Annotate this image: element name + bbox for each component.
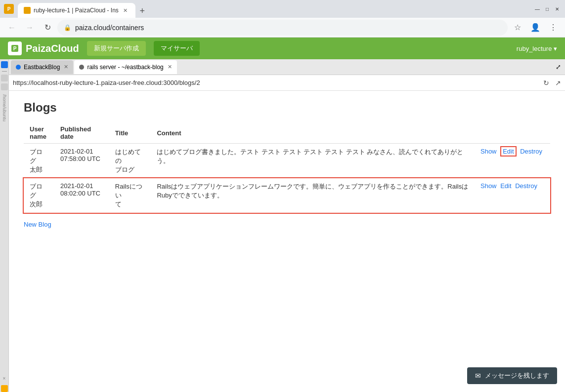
sidebar: /home/ubuntu × xyxy=(0,59,9,392)
lock-icon: 🔒 xyxy=(64,24,71,31)
sidebar-label: /home/ubuntu xyxy=(2,94,7,121)
menu-button[interactable]: ⋮ xyxy=(545,20,561,36)
paiza-logo-text: PaizaCloud xyxy=(26,43,79,54)
message-icon: ✉ xyxy=(475,372,481,380)
sidebar-divider xyxy=(2,71,7,72)
new-server-button[interactable]: 新規サーバ作成 xyxy=(87,41,146,56)
address-text: paiza.cloud/containers xyxy=(75,24,501,32)
col-header-title: Title xyxy=(109,122,151,144)
edit-link-1[interactable]: Edit xyxy=(500,146,516,157)
sidebar-item-yellow[interactable] xyxy=(1,385,8,392)
col-header-published-date: Published date xyxy=(54,122,109,144)
show-link-1[interactable]: Show xyxy=(480,148,497,155)
cell-actions-2: Show Edit Destroy xyxy=(475,178,550,213)
cell-date-2: 2021-02-01 08:02:00 UTC xyxy=(54,178,109,213)
inner-tab-rails-icon xyxy=(79,65,84,70)
cell-content-2: Railsはウェブアプリケーションフレームワークです。簡単に、ウェブアプリを作る… xyxy=(151,178,475,213)
inner-tab-rails[interactable]: rails server - ~/eastback-blog ✕ xyxy=(74,60,176,74)
close-button[interactable]: ✕ xyxy=(553,5,561,13)
destroy-link-1[interactable]: Destroy xyxy=(520,148,542,155)
blogs-table: Username Published date Title Content ブロ… xyxy=(24,122,550,213)
col-header-actions xyxy=(475,122,550,144)
cell-title-1: はじめての ブログ xyxy=(109,144,151,179)
minimize-button[interactable]: — xyxy=(533,5,541,13)
user-menu[interactable]: ruby_lecture ▾ xyxy=(517,45,557,52)
paiza-header: P PaizaCloud 新規サーバ作成 マイサーバ ruby_lecture … xyxy=(0,38,565,59)
inner-url-refresh-button[interactable]: ↻ xyxy=(543,79,549,87)
tab-favicon xyxy=(24,7,31,14)
cell-date-1: 2021-02-01 07:58:00 UTC xyxy=(54,144,109,179)
destroy-link-2[interactable]: Destroy xyxy=(515,182,537,190)
new-tab-button[interactable]: + xyxy=(135,4,149,18)
cell-username-2: ブログ 次郎 xyxy=(24,178,54,213)
cell-content-1: はじめてブログ書きました。テスト テスト テスト テスト テスト テスト みなさ… xyxy=(151,144,475,179)
tab-title: ruby-lecture-1 | PaizaCloud - Ins xyxy=(34,7,119,14)
paiza-logo-icon: P xyxy=(8,41,22,55)
inner-tab-icon xyxy=(16,65,21,70)
cell-actions-1: Show Edit Destroy xyxy=(475,144,550,179)
col-header-username: Username xyxy=(24,122,54,144)
inner-tab-label: EastbackBlog xyxy=(24,64,60,71)
page-content: Blogs Username Published date Title Cont… xyxy=(9,91,565,392)
page-title: Blogs xyxy=(24,101,550,115)
edit-link-2[interactable]: Edit xyxy=(500,182,511,190)
bookmark-button[interactable]: ☆ xyxy=(510,20,525,36)
sidebar-item-gray2[interactable] xyxy=(1,83,8,90)
sidebar-item-x[interactable]: × xyxy=(3,376,6,381)
back-button[interactable]: ← xyxy=(4,20,20,36)
show-link-2[interactable]: Show xyxy=(480,182,497,190)
inner-tab-rails-close[interactable]: ✕ xyxy=(168,64,172,70)
browser-tab[interactable]: ruby-lecture-1 | PaizaCloud - Ins ✕ xyxy=(18,3,135,18)
message-button[interactable]: ✉ メッセージを残します xyxy=(467,367,557,384)
message-label: メッセージを残します xyxy=(485,371,549,380)
my-server-button[interactable]: マイサーバ xyxy=(154,41,200,56)
inner-url-bar: https://localhost-ruby-lecture-1.paiza-u… xyxy=(9,75,565,91)
cell-username-1: ブログ 太郎 xyxy=(24,144,54,179)
inner-tab-close[interactable]: ✕ xyxy=(64,64,68,70)
inner-url-external-button[interactable]: ↗ xyxy=(555,79,561,87)
inner-tab-rails-label: rails server - ~/eastback-blog xyxy=(87,64,163,71)
cell-title-2: Railsについ て xyxy=(109,178,151,213)
col-header-content: Content xyxy=(151,122,475,144)
inner-url-text: https://localhost-ruby-lecture-1.paiza-u… xyxy=(13,79,200,86)
new-blog-link[interactable]: New Blog xyxy=(24,221,51,228)
forward-button[interactable]: → xyxy=(22,20,38,36)
inner-tab-eastback[interactable]: EastbackBlog ✕ xyxy=(11,60,73,74)
sidebar-item-blue[interactable] xyxy=(1,61,8,68)
tab-close-button[interactable]: ✕ xyxy=(122,6,130,14)
table-row: ブログ 太郎 2021-02-01 07:58:00 UTC はじめての ブログ… xyxy=(24,144,550,179)
expand-button[interactable]: ⤢ xyxy=(553,62,563,72)
paiza-logo: P PaizaCloud xyxy=(8,41,79,55)
maximize-button[interactable]: □ xyxy=(543,5,551,13)
svg-text:P: P xyxy=(13,46,17,51)
address-bar[interactable]: 🔒 paiza.cloud/containers xyxy=(57,20,508,36)
inner-tabs-bar: EastbackBlog ✕ rails server - ~/eastback… xyxy=(9,59,565,75)
sidebar-item-gray1[interactable] xyxy=(1,75,8,81)
profile-button[interactable]: 👤 xyxy=(527,20,543,36)
refresh-button[interactable]: ↻ xyxy=(40,20,55,36)
table-row-highlighted: ブログ 次郎 2021-02-01 08:02:00 UTC Railsについ … xyxy=(24,178,550,213)
